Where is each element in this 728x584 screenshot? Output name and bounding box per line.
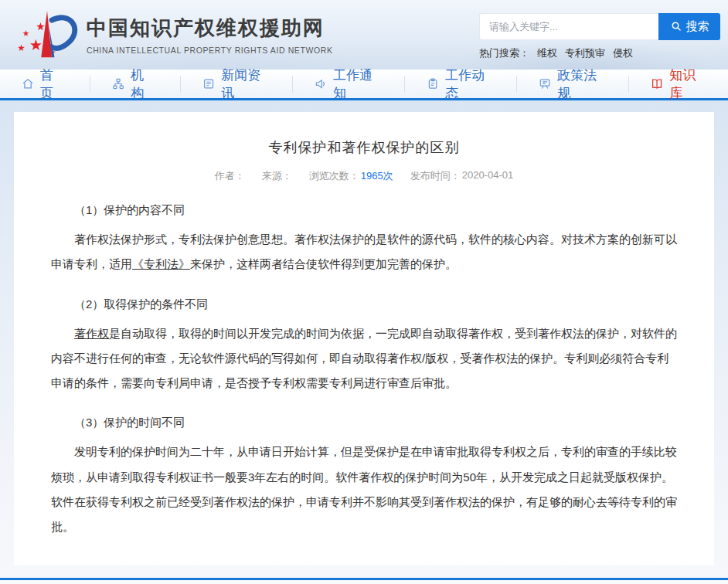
search-icon <box>670 20 682 32</box>
meta-time: 发布时间： 2020-04-01 <box>410 169 514 183</box>
nav-item-label: 工作通知 <box>333 66 383 102</box>
nav-item-org[interactable]: 机 构 <box>90 76 181 93</box>
section-heading-2: （2）取得保护的条件不同 <box>51 297 677 312</box>
main-area: 专利保护和著作权保护的区别 作者： 来源： 浏览次数： 1965次 发布时间： … <box>0 100 728 578</box>
clipboard-icon <box>426 76 440 91</box>
site-title: 中国知识产权维权援助网 <box>87 15 333 42</box>
presentation-board-icon <box>538 76 552 91</box>
main-nav: 首 页 机 构 新闻资讯 工作通知 工作动态 <box>0 70 728 100</box>
search-button[interactable]: 搜索 <box>658 13 720 40</box>
site-header: 中国知识产权维权援助网 CHINA INTELLECTUAL PROPERTY … <box>0 0 728 70</box>
page: 中国知识产权维权援助网 CHINA INTELLECTUAL PROPERTY … <box>0 0 728 584</box>
org-chart-icon <box>111 76 125 91</box>
nav-item-notice[interactable]: 工作通知 <box>293 76 405 93</box>
inline-link-patent-law[interactable]: 《专利法》 <box>132 257 190 270</box>
section-paragraph-2: 著作权是自动取得，取得的时间以开发完成的时间为依据，一完成即自动取得著作权，受到… <box>51 321 677 396</box>
article-card: 专利保护和著作权保护的区别 作者： 来源： 浏览次数： 1965次 发布时间： … <box>14 112 714 565</box>
home-icon <box>21 76 35 91</box>
nav-item-label: 新闻资讯 <box>221 66 271 102</box>
search-zone: 搜索 热门搜索： 维权 专利预审 侵权 <box>479 10 720 60</box>
nav-item-knowledge[interactable]: 知识库 <box>629 76 728 93</box>
hot-search-term-weiquan[interactable]: 维权 <box>537 46 557 60</box>
nav-item-news[interactable]: 新闻资讯 <box>181 76 293 93</box>
nav-item-label: 政策法规 <box>557 66 607 102</box>
nav-item-label: 机 构 <box>131 66 159 102</box>
site-footer: 中国知识产权维权援助网 CHINA INTELLECTUAL PROPERTY … <box>0 578 728 584</box>
article-title: 专利保护和著作权保护的区别 <box>51 138 677 157</box>
meta-time-value: 2020-04-01 <box>462 169 514 183</box>
search-button-label: 搜索 <box>686 19 709 34</box>
article-meta: 作者： 来源： 浏览次数： 1965次 发布时间： 2020-04-01 <box>51 169 677 183</box>
newspaper-icon <box>202 76 216 91</box>
hot-search-label: 热门搜索： <box>479 46 529 60</box>
article-body: （1）保护的内容不同 著作权法保护形式，专利法保护创意思想。著作权法保护的是软件… <box>51 203 677 539</box>
hot-search-term-qinquan[interactable]: 侵权 <box>613 46 633 60</box>
hot-search-term-yushen[interactable]: 专利预审 <box>565 46 605 60</box>
site-subtitle: CHINA INTELLECTUAL PROPERTY RIGHTS AID N… <box>87 46 333 55</box>
search-input[interactable] <box>479 13 658 40</box>
section-paragraph-1: 著作权法保护形式，专利法保护创意思想。著作权法保护的是软件的源代码，软件的核心内… <box>51 227 677 277</box>
section-heading-1: （1）保护的内容不同 <box>51 203 677 218</box>
nav-item-policy[interactable]: 政策法规 <box>517 76 629 93</box>
brand-logo-icon <box>14 6 80 63</box>
nav-item-dynamics[interactable]: 工作动态 <box>405 76 517 93</box>
megaphone-icon <box>314 76 328 91</box>
book-icon <box>650 76 664 91</box>
section-heading-3: （3）保护的时间不同 <box>51 416 677 430</box>
nav-item-label: 首 页 <box>40 66 69 102</box>
meta-views: 浏览次数： 1965次 <box>309 169 393 183</box>
nav-item-label: 知识库 <box>669 66 707 102</box>
meta-views-value: 1965次 <box>361 169 393 183</box>
meta-author-label: 作者： <box>215 169 245 183</box>
meta-source-label: 来源： <box>262 169 292 183</box>
hot-search: 热门搜索： 维权 专利预审 侵权 <box>479 46 720 60</box>
nav-item-label: 工作动态 <box>445 66 495 102</box>
inline-link-copyright[interactable]: 著作权 <box>74 327 109 340</box>
section-paragraph-3: 发明专利的保护时间为二十年，从申请日开始计算，但是受保护是在申请审批取得专利权之… <box>51 440 677 539</box>
nav-item-home[interactable]: 首 页 <box>0 76 90 93</box>
site-logo[interactable]: 中国知识产权维权援助网 CHINA INTELLECTUAL PROPERTY … <box>14 6 333 63</box>
